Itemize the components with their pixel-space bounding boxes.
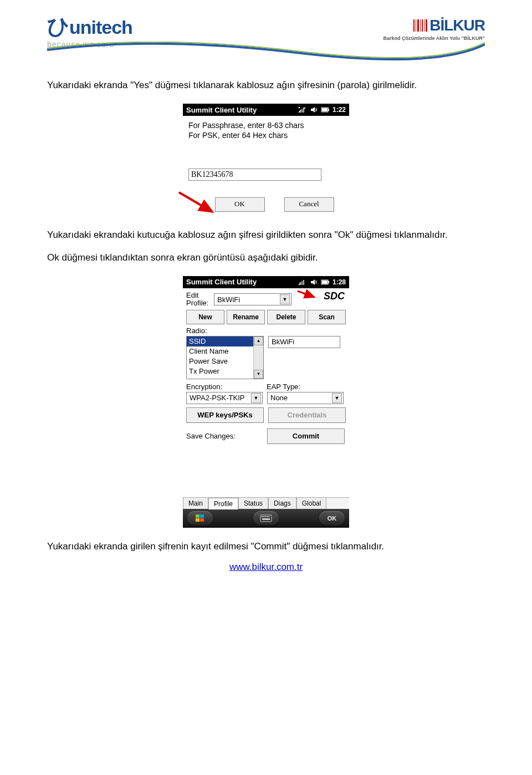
page-header: ひunitech because we care BİLKUR Barkod Ç… <box>47 17 485 69</box>
svg-rect-27 <box>267 516 268 517</box>
svg-rect-6 <box>426 19 427 32</box>
rename-button[interactable]: Rename <box>227 310 265 324</box>
svg-rect-19 <box>196 514 200 518</box>
paragraph-1: Yukarıdaki ekranda "Yes" düğmesi tıklana… <box>47 78 485 93</box>
tab-diags[interactable]: Diags <box>268 497 296 509</box>
titlebar: Summit Client Utility 1:22 <box>183 104 349 116</box>
start-button[interactable] <box>187 511 213 526</box>
bilkur-link[interactable]: www.bilkur.com.tr <box>229 562 303 572</box>
screenshot-1: Summit Client Utility 1:22 For Passphras… <box>47 104 485 216</box>
volume-icon <box>309 106 318 114</box>
ok-softkey[interactable]: OK <box>319 511 345 526</box>
svg-rect-20 <box>200 514 204 518</box>
sdc-logo: SDC <box>324 290 345 302</box>
annotation-arrow-sdc <box>296 289 319 300</box>
bilkur-logo: BİLKUR Barkod Çözümlerinde Aklın Yolu "B… <box>383 17 485 41</box>
battery-icon <box>321 278 330 286</box>
svg-rect-17 <box>322 281 328 284</box>
footer-url: www.bilkur.com.tr <box>47 562 485 573</box>
titlebar: Summit Client Utility 1:28 <box>183 276 349 288</box>
bottom-bar: OK <box>183 509 349 528</box>
svg-rect-24 <box>262 516 263 517</box>
delete-button[interactable]: Delete <box>267 310 305 324</box>
svg-rect-16 <box>328 281 329 283</box>
svg-rect-21 <box>196 518 200 522</box>
radio-label: Radio: <box>186 327 346 335</box>
list-item[interactable]: Tx Power <box>187 366 263 376</box>
svg-line-18 <box>298 291 314 297</box>
radio-listbox[interactable]: SSID Client Name Power Save Tx Power ▲ ▼ <box>186 336 264 379</box>
list-item[interactable]: SSID <box>187 336 263 346</box>
window-title: Summit Client Utility <box>186 278 298 286</box>
list-item[interactable]: Power Save <box>187 356 263 366</box>
battery-icon <box>321 106 330 114</box>
clock: 1:28 <box>332 278 346 286</box>
signal-icon <box>298 106 306 114</box>
eap-combo[interactable]: None ▼ <box>267 392 344 404</box>
wep-keys-button[interactable]: WEP keys/PSKs <box>186 407 264 423</box>
svg-rect-22 <box>200 518 204 522</box>
cancel-button[interactable]: Cancel <box>284 197 334 212</box>
header-swoosh <box>47 42 485 64</box>
svg-rect-4 <box>422 19 423 32</box>
tab-status[interactable]: Status <box>238 497 268 509</box>
encryption-label: Encryption: <box>186 383 267 391</box>
hint-text: For Passphrase, enter 8-63 chars For PSK… <box>188 120 344 140</box>
clock: 1:22 <box>332 106 346 114</box>
tab-main[interactable]: Main <box>183 497 208 509</box>
credentials-button[interactable]: Credentials <box>268 407 346 423</box>
svg-rect-2 <box>417 19 419 32</box>
commit-button[interactable]: Commit <box>267 429 345 444</box>
profile-combo[interactable]: BkWiFi ▼ <box>214 293 291 305</box>
svg-rect-28 <box>268 516 269 517</box>
tab-global[interactable]: Global <box>296 497 327 509</box>
edit-profile-label: EditProfile: <box>186 292 214 308</box>
chevron-down-icon: ▼ <box>280 294 290 304</box>
paragraph-2: Yukarıdaki ekrandaki kutucuğa kablosuz a… <box>47 227 485 242</box>
list-item[interactable]: Client Name <box>187 346 263 356</box>
window-title: Summit Client Utility <box>186 106 298 114</box>
radio-value-input[interactable]: BkWiFi <box>268 336 340 348</box>
keyboard-icon <box>260 514 272 522</box>
svg-rect-1 <box>416 19 416 32</box>
tab-profile[interactable]: Profile <box>208 498 238 509</box>
paragraph-3: Ok düğmesi tıklandıktan sonra ekran görü… <box>47 250 485 265</box>
svg-rect-25 <box>263 516 264 517</box>
svg-rect-29 <box>262 518 270 520</box>
scroll-up-icon[interactable]: ▲ <box>254 336 263 345</box>
svg-rect-0 <box>413 19 415 32</box>
svg-rect-12 <box>322 108 328 111</box>
chevron-down-icon: ▼ <box>332 393 342 403</box>
annotation-arrow <box>176 190 221 217</box>
signal-icon <box>298 278 306 286</box>
scroll-down-icon[interactable]: ▼ <box>254 370 263 379</box>
save-changes-label: Save Changes: <box>186 432 267 440</box>
tab-bar: Main Profile Status Diags Global <box>183 497 349 509</box>
svg-rect-5 <box>424 19 424 32</box>
passphrase-input[interactable] <box>188 169 321 181</box>
svg-rect-11 <box>328 109 329 111</box>
keyboard-button[interactable] <box>253 511 279 526</box>
screenshot-2: Summit Client Utility 1:28 SDC <box>47 276 485 528</box>
windows-icon <box>195 514 205 523</box>
scrollbar[interactable]: ▲ ▼ <box>253 336 263 379</box>
svg-rect-3 <box>420 19 421 32</box>
eap-label: EAP Type: <box>267 383 300 391</box>
ok-button[interactable]: OK <box>215 197 265 212</box>
encryption-combo[interactable]: WPA2-PSK-TKIP ▼ <box>186 392 263 404</box>
volume-icon <box>309 278 318 286</box>
svg-rect-26 <box>265 516 266 517</box>
paragraph-4: Yukarıdaki ekranda girilen şifrenin kayı… <box>47 539 485 554</box>
chevron-down-icon: ▼ <box>251 393 261 403</box>
scan-button[interactable]: Scan <box>308 310 346 324</box>
svg-line-7 <box>179 192 212 212</box>
new-button[interactable]: New <box>186 310 224 324</box>
